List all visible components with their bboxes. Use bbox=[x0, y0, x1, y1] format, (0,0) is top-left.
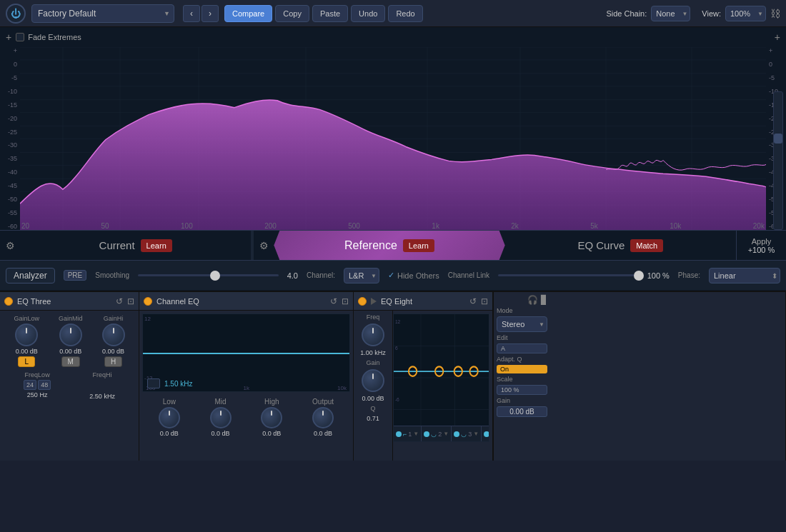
smoothing-slider-track[interactable] bbox=[138, 274, 279, 276]
gain-value: 0.00 dB bbox=[362, 395, 384, 402]
view-select[interactable]: 100% bbox=[725, 6, 766, 21]
freq-labels: 20 50 100 200 500 1k 2k 5k 10k 20k bbox=[21, 222, 765, 230]
nav-back-button[interactable]: ‹ bbox=[183, 5, 200, 22]
freq-low-label: FreqLow bbox=[25, 371, 50, 378]
reference-label: Reference bbox=[344, 239, 397, 252]
plugins-area: EQ Three ↺ ⊡ GainLow 0.00 dB L GainMid 0… bbox=[0, 291, 786, 461]
band-1-dot bbox=[396, 431, 402, 437]
scrollbar-thumb[interactable] bbox=[774, 134, 782, 144]
band-1-dropdown[interactable]: ▼ bbox=[413, 431, 419, 437]
eq-three-icon1[interactable]: ↺ bbox=[116, 296, 123, 306]
band-2-selector[interactable]: ◡ 2 ▼ bbox=[422, 426, 452, 441]
eq-knob-row: Low 0.0 dB Mid 0.0 dB High 0.0 dB Output… bbox=[139, 395, 353, 440]
undo-button[interactable]: Undo bbox=[351, 5, 385, 22]
hide-others-checkbox[interactable]: ✓ Hide Others bbox=[388, 271, 439, 280]
high-band-button[interactable]: H bbox=[104, 356, 122, 367]
eq-eight-display[interactable]: 12 6 -6 -12 100 1k 10k ⌐ 1 bbox=[393, 313, 489, 442]
gain-knob-row: GainLow 0.00 dB L GainMid 0.00 dB M Gain… bbox=[4, 315, 134, 367]
scale-badge[interactable]: 100 % bbox=[497, 385, 547, 395]
freq-badge-24[interactable]: 24 bbox=[24, 380, 36, 390]
eq-eight-icon2[interactable]: ⊡ bbox=[481, 296, 488, 306]
eq-display-line bbox=[143, 353, 349, 354]
eq-three-power[interactable] bbox=[4, 297, 13, 306]
reference-learn-button[interactable]: Learn bbox=[403, 239, 434, 252]
eq-eight-play-icon[interactable] bbox=[371, 298, 377, 305]
channel-eq-icon2[interactable]: ⊡ bbox=[342, 296, 349, 306]
smoothing-slider-thumb[interactable] bbox=[210, 271, 220, 281]
band-2-dropdown[interactable]: ▼ bbox=[443, 431, 449, 437]
current-learn-button[interactable]: Learn bbox=[141, 239, 172, 252]
band-3-selector[interactable]: ◡ 3 ▼ bbox=[452, 426, 482, 441]
right-icon-row: 🎧 ▊ bbox=[497, 295, 547, 305]
eq-band-indicator: 1.50 kHz bbox=[147, 378, 192, 388]
eq-band-icon[interactable] bbox=[147, 378, 160, 388]
band-3-dropdown[interactable]: ▼ bbox=[473, 431, 479, 437]
channel-link-track[interactable] bbox=[498, 274, 639, 276]
paste-button[interactable]: Paste bbox=[312, 5, 348, 22]
adapt-q-label: Adapt. Q bbox=[497, 356, 547, 363]
nav-forward-button[interactable]: › bbox=[202, 5, 219, 22]
analyzer-button[interactable]: Analyzer bbox=[6, 268, 55, 283]
reference-gear-icon[interactable]: ⚙ bbox=[254, 231, 274, 260]
band-1-selector[interactable]: ⌐ 1 ▼ bbox=[394, 426, 422, 441]
vertical-scrollbar[interactable] bbox=[773, 91, 783, 230]
fade-extremes-cb[interactable] bbox=[16, 33, 24, 41]
headphone-icon[interactable]: 🎧 bbox=[527, 295, 538, 305]
pre-badge[interactable]: PRE bbox=[64, 270, 87, 281]
spectrum-plus-right-icon[interactable]: + bbox=[775, 31, 780, 43]
mode-select[interactable]: Stereo bbox=[497, 316, 547, 332]
channel-select[interactable]: L&R bbox=[344, 268, 379, 283]
gain-mid-group: GainMid 0.00 dB M bbox=[59, 315, 83, 367]
freq-badge-48[interactable]: 48 bbox=[38, 380, 51, 390]
freq-param-label: Freq bbox=[367, 313, 380, 321]
band-2-num: 2 bbox=[438, 431, 442, 438]
top-bar: ⏻ Factory Default ‹ › Compare Copy Paste… bbox=[0, 0, 786, 27]
gain-mid-knob[interactable] bbox=[59, 323, 82, 346]
gain-value-right: 0.00 dB bbox=[497, 406, 547, 417]
compare-button[interactable]: Compare bbox=[224, 5, 272, 22]
spectrum-plus-icon[interactable]: + bbox=[6, 31, 11, 43]
bar-chart-icon[interactable]: ▊ bbox=[541, 295, 547, 305]
channel-link-thumb[interactable] bbox=[634, 271, 644, 281]
eq-three-icon2[interactable]: ⊡ bbox=[127, 296, 134, 306]
mid-band-button[interactable]: M bbox=[61, 356, 80, 367]
fade-extremes-checkbox[interactable]: Fade Extremes bbox=[16, 33, 81, 41]
freq-knob[interactable] bbox=[362, 323, 384, 346]
sidechain-label: Side Chain: bbox=[606, 9, 647, 18]
band-4-dot bbox=[484, 431, 489, 437]
gain-hi-knob[interactable] bbox=[102, 323, 125, 346]
eq-three-content: GainLow 0.00 dB L GainMid 0.00 dB M Gain… bbox=[0, 311, 139, 404]
low-band-button[interactable]: L bbox=[18, 356, 35, 367]
eq-output-knob[interactable] bbox=[312, 407, 334, 428]
redo-button[interactable]: Redo bbox=[388, 5, 422, 22]
gain-knob[interactable] bbox=[362, 369, 384, 392]
link-icon[interactable]: ⛓ bbox=[770, 8, 780, 19]
channel-eq-power[interactable] bbox=[144, 297, 152, 306]
smoothing-slider-container bbox=[138, 274, 279, 276]
preset-select[interactable]: Factory Default bbox=[31, 4, 174, 23]
adapt-q-badge[interactable]: On bbox=[497, 365, 547, 373]
edit-badge[interactable]: A bbox=[497, 343, 547, 353]
copy-button[interactable]: Copy bbox=[275, 5, 309, 22]
phase-select[interactable]: Linear bbox=[709, 268, 780, 283]
sidechain-select[interactable]: None bbox=[651, 6, 690, 21]
gain-low-knob[interactable] bbox=[15, 323, 38, 346]
band-3-dot bbox=[454, 431, 459, 437]
eq-low-knob[interactable] bbox=[159, 407, 180, 428]
smoothing-label: Smoothing bbox=[95, 271, 129, 279]
phase-label: Phase: bbox=[678, 271, 700, 279]
channel-eq-icon1[interactable]: ↺ bbox=[330, 296, 337, 306]
match-button[interactable]: Match bbox=[630, 239, 663, 252]
eq-eight-power[interactable] bbox=[358, 297, 367, 306]
eq-eight-icon1[interactable]: ↺ bbox=[469, 296, 477, 306]
spectrum-container: + Fade Extremes + + 0 -5 -10 -15 -20 -25… bbox=[0, 27, 786, 291]
eq-mid-knob[interactable] bbox=[210, 407, 232, 428]
band-1-icon: ⌐ bbox=[403, 431, 407, 438]
eq-db-top: 12 bbox=[144, 316, 151, 322]
power-button[interactable]: ⏻ bbox=[6, 4, 26, 24]
channel-eq-display[interactable]: 12 -12 100 1k 10k 1.50 kHz bbox=[142, 313, 350, 392]
current-gear-icon[interactable]: ⚙ bbox=[0, 231, 20, 260]
eq-high-knob[interactable] bbox=[261, 407, 282, 428]
band-4-selector[interactable]: ↗ 4 ▼ bbox=[482, 426, 489, 441]
spectrum-svg[interactable] bbox=[20, 47, 766, 230]
